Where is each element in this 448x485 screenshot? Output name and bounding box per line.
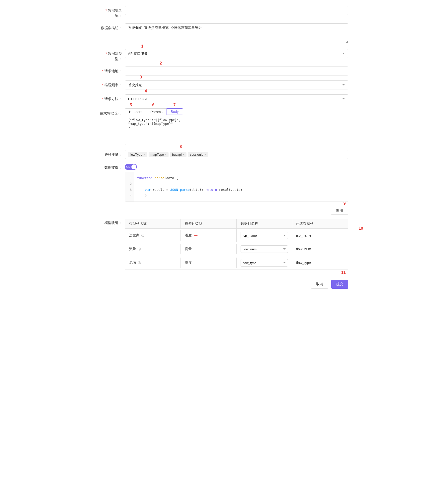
annotation-11: 11 [341,270,346,275]
mapping-row-1: 运营商 ⓘ 维度 → isp_name [125,229,348,242]
dataset-desc-label: 数据集描述： [100,23,125,31]
datasource-type-select[interactable]: API接口服务 [125,49,348,58]
mapping-cell-bound-col-3: flow_type [292,258,348,268]
annotation-6: 6 [152,103,155,107]
request-data-label: 请求数据 i： [100,108,125,116]
model-mapping-table: 模型列名称 模型列类型 数据列名称 已绑数据列 运营商 ⓘ 维度 [125,219,348,270]
line-num-2: 2 [127,181,132,187]
request-method-label: 请求方法： [100,94,125,102]
data-col-select-1[interactable]: isp_name [241,232,288,239]
code-line-2 [137,181,345,187]
tab-body[interactable]: Body [167,108,183,115]
tag-sessionid[interactable]: sessionid × [188,152,208,157]
body-line3: } [128,126,345,129]
model-type-3: 维度 [185,261,192,265]
mapping-cell-bound-col-1: isp_name [292,230,348,240]
line-num-4: 4 [127,193,132,198]
mapping-cell-model-col-2: 流量 ⓘ [125,244,181,254]
data-col-select-2[interactable]: flow_num [241,245,288,253]
mapping-th-bound-col: 已绑数据列 [292,219,348,228]
tag-maptype[interactable]: mapType × [149,152,169,157]
line-num-1: 1 [127,175,132,181]
model-mapping-label: 模型映射： [100,219,125,225]
annotation-5: 5 [130,103,132,107]
tag-busapi-close[interactable]: × [183,153,184,156]
mapping-cell-bound-col-2: flow_num [292,244,348,254]
tag-flowtype-close[interactable]: × [143,153,145,156]
dataset-desc-input[interactable]: 系统概览-直连点流量概览-今日运营商流量统计 [125,23,348,43]
model-type-1: 维度 [185,233,192,238]
data-transform-label: 数据转换： [100,164,125,170]
body-line2: "map_type":"${mapType}" [128,122,345,126]
code-line-4: } [137,193,345,198]
tag-maptype-label: mapType [151,153,164,156]
tag-sessionid-close[interactable]: × [204,153,206,156]
tag-busapi-label: busapi [172,153,181,156]
mapping-cell-model-col-3: 流向 ⓘ [125,258,181,268]
mapping-row-3: 流向 ⓘ 维度 flow_type flow_type [125,256,348,270]
mapping-cell-model-type-2: 度量 [181,244,237,254]
tab-headers[interactable]: Headers [125,108,146,115]
mapping-cell-data-col-3[interactable]: flow_type [237,256,292,270]
line-num-3: 3 [127,187,132,193]
mapping-row-2: 流量 ⓘ 度量 flow_num flow_num [125,242,348,256]
tag-busapi[interactable]: busapi × [170,152,186,157]
dataset-name-label: 数据集名称： [100,6,125,18]
request-url-input[interactable]: ${busapi}/passive/overview/flow/ispCount [125,67,348,75]
body-line1: {"flow_type":"${flowType}", [128,118,345,122]
mapping-cell-data-col-1[interactable]: isp_name [237,229,292,242]
tab-params[interactable]: Params [146,108,166,115]
code-line-numbers: 1 2 3 4 [125,172,134,202]
code-editor: 1 2 3 4 function parse(data){ var result… [125,172,348,202]
request-url-label: 请求地址： [100,67,125,74]
tag-flowtype-label: flowType [130,153,142,156]
mapping-th-model-type: 模型列类型 [181,219,237,228]
data-col-select-3[interactable]: flow_type [241,259,288,267]
annotation-8: 8 [180,144,182,149]
mapping-cell-model-col-1: 运营商 ⓘ [125,230,181,241]
code-line-3: var result = JSON.parse(data); return re… [137,187,345,193]
mapping-th-model-col: 模型列名称 [125,219,181,228]
mapping-cell-data-col-2[interactable]: flow_num [237,242,292,256]
request-method-select[interactable]: HTTP-POST [125,94,348,103]
annotation-9: 9 [344,201,346,206]
request-data-info-icon: i [115,112,118,115]
mapping-cell-model-type-3: 维度 [181,258,237,268]
info-icon-3[interactable]: ⓘ [138,261,141,265]
push-freq-label: 推送频率： [100,80,125,88]
toggle-on-label: ON [126,165,131,168]
model-type-2: 度量 [185,247,192,251]
annotation-7: 7 [174,103,176,107]
code-line-1: function parse(data){ [137,175,345,181]
annotation-3: 3 [140,75,142,79]
arrow-icon-1: → [193,232,199,239]
annotation-1: 1 [141,44,144,49]
invoke-button[interactable]: 调用 [331,207,348,215]
code-body[interactable]: function parse(data){ var result = JSON.… [134,172,348,202]
mapping-cell-model-type-1: 维度 → [181,229,237,242]
annotation-2: 2 [160,61,162,66]
push-freq-select[interactable]: 首次推送 [125,80,348,89]
annotation-4: 4 [145,89,147,93]
info-icon-2[interactable]: ⓘ [138,247,141,251]
dataset-name-input[interactable]: 系统概览-直连点流量概览-今日运营商流量统计 [125,6,348,15]
tag-sessionid-label: sessionid [190,153,203,156]
info-icon-1[interactable]: ⓘ [141,234,144,237]
mapping-table-body: 运营商 ⓘ 维度 → isp_name [125,229,348,270]
data-transform-toggle[interactable]: ON [125,164,137,170]
related-vars-label: 关联变量： [100,150,125,157]
tag-maptype-close[interactable]: × [165,153,167,156]
mapping-th-data-col: 数据列名称 [237,219,292,228]
annotation-10: 10 [359,226,363,231]
related-vars-container: flowType × mapType × busapi × sessionid … [125,150,348,159]
submit-button[interactable]: 提交 [331,280,348,289]
datasource-type-label: 数据源类型： [100,49,125,62]
mapping-table-header: 模型列名称 模型列类型 数据列名称 已绑数据列 [125,219,348,229]
tag-flowtype[interactable]: flowType × [128,152,147,157]
toggle-knob [131,164,136,169]
cancel-button[interactable]: 取消 [311,280,328,289]
